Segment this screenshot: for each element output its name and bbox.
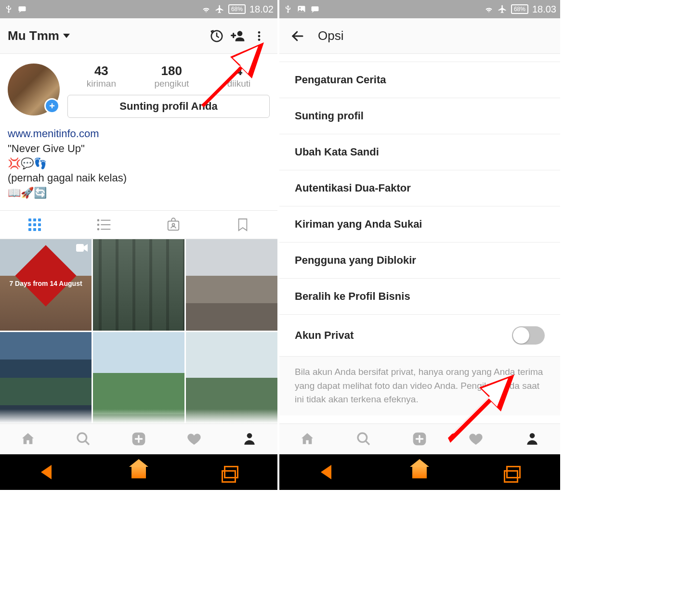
clock: 18.02: [249, 4, 274, 15]
stat-following[interactable]: 4 diikuti: [227, 64, 251, 89]
tab-saved[interactable]: [208, 211, 277, 239]
tab-grid[interactable]: [0, 211, 69, 239]
private-account-description: Bila akun Anda bersifat privat, hanya or…: [279, 357, 560, 415]
svg-point-4: [258, 35, 261, 37]
status-bar: 68% 18.03: [279, 0, 560, 18]
option-edit-profile[interactable]: Sunting profil: [279, 98, 560, 134]
usb-icon: [283, 4, 293, 14]
option-two-factor[interactable]: Autentikasi Dua-Faktor: [279, 170, 560, 206]
svg-rect-14: [76, 244, 84, 252]
option-change-password[interactable]: Ubah Kata Sandi: [279, 134, 560, 170]
option-story-settings[interactable]: Pengaturan Cerita: [279, 62, 560, 98]
avatar[interactable]: +: [8, 64, 60, 116]
svg-rect-0: [19, 6, 26, 11]
svg-point-8: [98, 224, 99, 226]
image-icon: [297, 4, 306, 14]
tab-profile[interactable]: [504, 424, 560, 454]
nav-back[interactable]: [279, 454, 373, 490]
post-thumbnail[interactable]: [186, 239, 277, 331]
more-menu-icon[interactable]: [249, 26, 270, 47]
svg-point-20: [299, 7, 301, 9]
post-thumbnail[interactable]: 7 Days from 14 August: [0, 239, 92, 331]
bottom-tabbar: [279, 424, 560, 454]
android-navbar: [0, 454, 277, 490]
options-toolbar: Opsi: [279, 18, 560, 54]
photo-grid: 7 Days from 14 August: [0, 239, 277, 424]
option-private-account: Akun Privat: [279, 315, 560, 357]
svg-line-24: [366, 441, 369, 445]
battery-indicator: 68%: [511, 4, 528, 14]
edit-profile-button[interactable]: Sunting profil Anda: [67, 95, 270, 118]
clock: 18.03: [532, 4, 556, 15]
svg-line-16: [85, 441, 89, 445]
phone-left-profile: 68% 18.02 Mu Tmm + 43: [0, 0, 279, 490]
tab-search[interactable]: [336, 424, 392, 454]
username-dropdown[interactable]: Mu Tmm: [8, 28, 70, 43]
battery-indicator: 68%: [228, 4, 246, 14]
back-button[interactable]: [287, 26, 308, 47]
grid-icon: [28, 218, 41, 231]
nav-recent[interactable]: [467, 454, 560, 490]
video-icon: [76, 243, 88, 253]
bbm-icon: [310, 4, 320, 14]
tab-add[interactable]: [111, 424, 166, 454]
tab-tagged[interactable]: [139, 211, 208, 239]
svg-point-3: [258, 31, 261, 34]
bookmark-icon: [237, 218, 249, 232]
bio-section: www.menitinfo.com "Never Give Up" 💢💬👣 (p…: [0, 123, 277, 210]
tab-search[interactable]: [55, 424, 111, 454]
nav-back[interactable]: [0, 454, 92, 490]
option-business-profile[interactable]: Beralih ke Profil Bisnis: [279, 279, 560, 315]
tab-activity[interactable]: [167, 424, 222, 454]
nav-recent[interactable]: [185, 454, 277, 490]
nav-home[interactable]: [373, 454, 466, 490]
stat-posts[interactable]: 43 kiriman: [87, 64, 116, 89]
airplane-icon: [215, 4, 224, 14]
wifi-icon: [484, 4, 494, 14]
wifi-icon: [201, 4, 211, 14]
usb-icon: [4, 4, 13, 14]
add-friend-icon[interactable]: [227, 26, 249, 47]
bio-link[interactable]: www.menitinfo.com: [8, 127, 270, 141]
tab-list[interactable]: [69, 211, 139, 239]
airplane-icon: [498, 4, 507, 14]
nav-home[interactable]: [92, 454, 185, 490]
svg-point-6: [98, 219, 99, 221]
svg-point-10: [98, 229, 99, 230]
chevron-down-icon: [63, 34, 70, 38]
svg-point-23: [358, 433, 367, 442]
status-bar: 68% 18.02: [0, 0, 277, 18]
android-navbar: [279, 454, 560, 490]
post-thumbnail[interactable]: [93, 239, 184, 331]
page-title: Opsi: [318, 28, 343, 43]
phone-right-options: 68% 18.03 Opsi Pengaturan Cerita Sunting…: [279, 0, 560, 490]
svg-point-15: [78, 433, 87, 442]
option-liked-posts[interactable]: Kiriman yang Anda Sukai: [279, 206, 560, 243]
svg-point-2: [237, 31, 243, 36]
tab-profile[interactable]: [222, 424, 277, 454]
profile-toolbar: Mu Tmm: [0, 18, 277, 54]
svg-point-26: [529, 433, 535, 438]
options-list: Pengaturan Cerita Sunting profil Ubah Ka…: [279, 54, 560, 424]
add-story-badge[interactable]: +: [44, 98, 60, 114]
tab-home[interactable]: [0, 424, 55, 454]
tab-activity[interactable]: [448, 424, 504, 454]
bottom-tabbar: [0, 424, 277, 454]
list-icon: [96, 218, 112, 231]
tab-add[interactable]: [392, 424, 448, 454]
bbm-icon: [17, 4, 27, 14]
tab-home[interactable]: [279, 424, 336, 454]
private-account-toggle[interactable]: [512, 326, 545, 345]
svg-point-5: [258, 38, 261, 41]
tagged-icon: [166, 218, 181, 232]
stat-followers[interactable]: 180 pengikut: [154, 64, 189, 89]
option-blocked-users[interactable]: Pengguna yang Diblokir: [279, 243, 560, 279]
archive-icon[interactable]: [206, 26, 227, 47]
svg-point-13: [172, 223, 175, 226]
svg-point-18: [247, 433, 252, 438]
svg-rect-21: [312, 6, 319, 11]
